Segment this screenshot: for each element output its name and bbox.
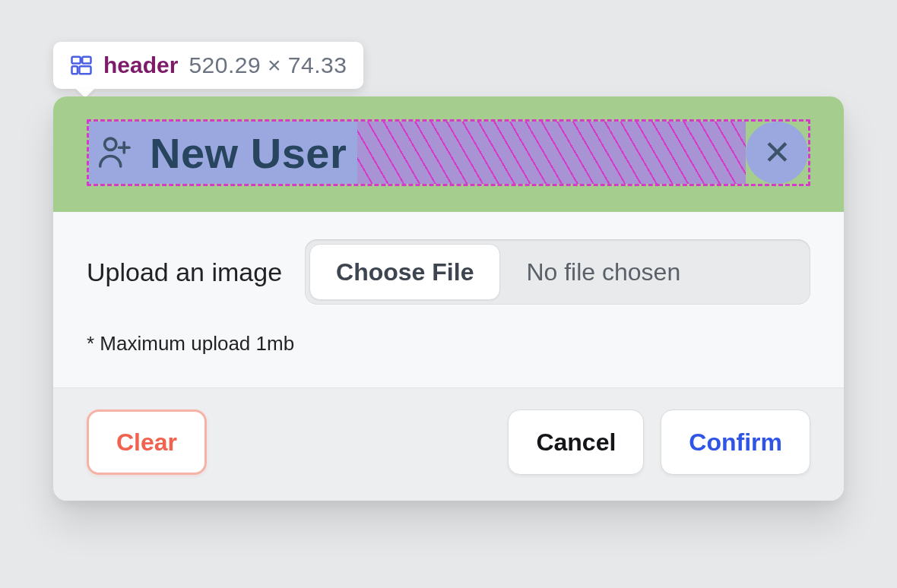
dialog-footer: Clear Cancel Confirm bbox=[53, 387, 844, 501]
dialog-header: New User ✕ bbox=[53, 96, 844, 212]
dialog-title: New User bbox=[150, 128, 347, 178]
new-user-dialog: New User ✕ Upload an image Choose File N… bbox=[53, 96, 844, 501]
tooltip-dimensions: 520.29 × 74.33 bbox=[189, 52, 347, 78]
upload-label: Upload an image bbox=[87, 258, 282, 287]
close-button[interactable]: ✕ bbox=[746, 122, 808, 184]
devtools-element-tooltip: header 520.29 × 74.33 bbox=[53, 42, 363, 89]
svg-rect-3 bbox=[80, 66, 91, 74]
confirm-button[interactable]: Confirm bbox=[661, 409, 810, 475]
svg-rect-1 bbox=[82, 57, 90, 64]
tooltip-element-name: header bbox=[103, 52, 178, 78]
flex-grid-icon bbox=[70, 54, 93, 77]
svg-rect-0 bbox=[72, 57, 81, 64]
devtools-highlight-box: New User ✕ bbox=[87, 119, 810, 186]
devtools-highlight-margin bbox=[357, 122, 746, 184]
upload-hint: * Maximum upload 1mb bbox=[87, 332, 810, 356]
file-input[interactable]: Choose File No file chosen bbox=[305, 239, 810, 305]
clear-button[interactable]: Clear bbox=[87, 409, 207, 475]
header-content-highlight: New User bbox=[89, 122, 357, 184]
close-icon: ✕ bbox=[763, 136, 791, 169]
cancel-button-label: Cancel bbox=[536, 428, 616, 457]
svg-point-4 bbox=[105, 138, 116, 150]
dialog-body: Upload an image Choose File No file chos… bbox=[53, 212, 844, 387]
choose-file-button[interactable]: Choose File bbox=[309, 244, 500, 300]
user-plus-icon bbox=[95, 132, 136, 173]
clear-button-label: Clear bbox=[116, 428, 177, 457]
upload-row: Upload an image Choose File No file chos… bbox=[87, 239, 810, 305]
svg-rect-2 bbox=[72, 66, 78, 74]
file-status-text: No file chosen bbox=[505, 239, 810, 305]
confirm-button-label: Confirm bbox=[689, 428, 782, 457]
choose-file-label: Choose File bbox=[336, 258, 474, 286]
cancel-button[interactable]: Cancel bbox=[508, 409, 644, 475]
